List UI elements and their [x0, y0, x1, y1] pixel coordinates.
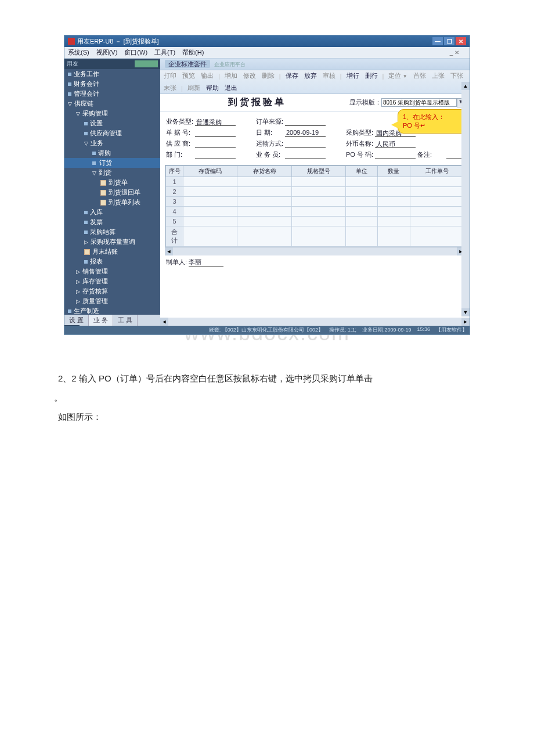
sidebar-tab-tool[interactable]: 工 具 — [113, 315, 138, 326]
sidebar-item[interactable]: 请购 — [64, 148, 160, 158]
close-button[interactable]: ✕ — [456, 37, 466, 45]
menu-help[interactable]: 帮助(H) — [182, 48, 204, 57]
val-ordersrc[interactable] — [285, 118, 326, 126]
table-cell[interactable] — [378, 187, 410, 197]
sidebar-item[interactable]: 到货退回单 — [64, 188, 160, 197]
tb-add[interactable]: 增加 — [223, 71, 239, 80]
table-row[interactable]: 2 — [166, 187, 464, 197]
sidebar-item[interactable]: 到货单列表 — [64, 197, 160, 207]
sidebar-item[interactable]: ▽采购管理 — [64, 109, 160, 118]
sidebar-item[interactable]: 供应商管理 — [64, 128, 160, 138]
sidebar-item[interactable]: ▷采购现存量查询 — [64, 237, 160, 247]
sidebar-item[interactable]: 报表 — [64, 257, 160, 267]
table-cell[interactable] — [410, 226, 464, 247]
table-cell[interactable] — [183, 177, 237, 187]
table-cell[interactable] — [237, 177, 291, 187]
mdi-controls[interactable]: _ ✕ — [450, 49, 459, 56]
tb-modify[interactable]: 修改 — [242, 71, 257, 80]
tb-exit[interactable]: 退出 — [223, 84, 239, 92]
table-row[interactable]: 4 — [166, 207, 464, 217]
sidebar-item[interactable]: ▽到货 — [64, 168, 160, 178]
scroll-left-icon[interactable]: ◄ — [160, 318, 168, 326]
val-shipmode[interactable] — [285, 140, 326, 148]
table-cell[interactable] — [237, 217, 291, 226]
column-header[interactable]: 序号 — [166, 166, 183, 177]
table-cell[interactable] — [291, 207, 345, 217]
val-currency[interactable]: 人民币 — [375, 140, 416, 148]
table-cell[interactable] — [183, 187, 237, 197]
column-header[interactable]: 规格型号 — [291, 166, 345, 177]
table-cell[interactable] — [183, 197, 237, 207]
tb-preview[interactable]: 预览 — [181, 71, 196, 80]
detail-grid[interactable]: 序号存货编码存货名称规格型号单位数量工作单号 12345合计 — [165, 165, 465, 247]
val-vendor[interactable] — [195, 140, 236, 148]
tb-print[interactable]: 打印 — [163, 71, 178, 80]
table-cell[interactable] — [237, 187, 291, 197]
table-cell[interactable] — [291, 226, 345, 247]
scroll-down-icon[interactable]: ▼ — [461, 308, 470, 316]
tb-prev[interactable]: 上张 — [431, 71, 446, 80]
table-cell[interactable] — [410, 207, 464, 217]
table-cell[interactable] — [183, 217, 237, 226]
table-cell[interactable] — [291, 177, 345, 187]
tb-first[interactable]: 首张 — [412, 71, 427, 80]
minimize-button[interactable]: — — [432, 37, 443, 45]
sidebar-item[interactable]: ▷存货核算 — [64, 286, 160, 296]
table-cell[interactable] — [346, 187, 378, 197]
tb-next[interactable]: 下张 — [449, 71, 464, 80]
sidebar-item[interactable]: ▽业务 — [64, 138, 160, 148]
table-row[interactable]: 合计 — [166, 226, 464, 247]
table-cell[interactable] — [410, 187, 464, 197]
sidebar-item[interactable]: 采购结算 — [64, 227, 160, 237]
table-cell[interactable] — [237, 197, 291, 207]
val-biztype[interactable]: 普通采购 — [195, 118, 236, 126]
val-docnum[interactable] — [195, 129, 236, 137]
tb-last[interactable]: 末张 — [163, 84, 178, 92]
table-cell[interactable] — [346, 197, 378, 207]
sidebar-item[interactable]: 设置 — [64, 118, 160, 128]
template-input[interactable] — [381, 98, 457, 107]
table-cell[interactable] — [378, 177, 410, 187]
column-header[interactable]: 存货名称 — [237, 166, 291, 177]
main-vscrollbar[interactable]: ▲ ▼ — [461, 82, 470, 316]
table-cell[interactable] — [410, 197, 464, 207]
table-cell[interactable] — [291, 187, 345, 197]
table-cell[interactable] — [410, 217, 464, 226]
table-cell[interactable] — [237, 226, 291, 247]
sidebar-item[interactable]: 发票 — [64, 217, 160, 227]
table-cell[interactable] — [346, 217, 378, 226]
sidebar-item[interactable]: 管理会计 — [64, 89, 160, 99]
scroll-left-icon[interactable]: ◄ — [165, 247, 173, 255]
table-cell[interactable] — [378, 226, 410, 247]
grid-hscrollbar[interactable]: ◄ ► — [165, 247, 465, 255]
sidebar-item[interactable]: ▷质量管理 — [64, 296, 160, 306]
scroll-up-icon[interactable]: ▲ — [461, 82, 470, 90]
table-cell[interactable] — [183, 207, 237, 217]
column-header[interactable]: 存货编码 — [183, 166, 237, 177]
sidebar-tab-setup[interactable]: 设 置 — [64, 315, 89, 326]
tb-help[interactable]: 帮助 — [205, 84, 220, 92]
val-date[interactable]: 2009-09-19 — [285, 129, 326, 137]
sidebar-item[interactable]: 月末结账 — [64, 247, 160, 257]
sidebar-item[interactable]: 业务工作 — [64, 69, 160, 79]
column-header[interactable]: 数量 — [378, 166, 410, 177]
sidebar-item[interactable]: ▷库存管理 — [64, 276, 160, 286]
table-cell[interactable] — [346, 207, 378, 217]
table-cell[interactable] — [410, 177, 464, 187]
sidebar-item[interactable]: ▷销售管理 — [64, 267, 160, 276]
tb-audit[interactable]: 审核 — [322, 71, 337, 80]
sidebar-item[interactable]: ▽供应链 — [64, 99, 160, 109]
table-cell[interactable] — [378, 217, 410, 226]
tb-output[interactable]: 输出 — [200, 71, 215, 80]
val-bizperson[interactable] — [285, 151, 326, 159]
tb-save[interactable]: 保存 — [284, 71, 300, 80]
table-cell[interactable] — [237, 207, 291, 217]
table-row[interactable]: 5 — [166, 217, 464, 226]
menu-window[interactable]: 窗口(W) — [124, 48, 147, 57]
menu-tool[interactable]: 工具(T) — [154, 48, 175, 57]
tb-refresh[interactable]: 刷新 — [186, 84, 201, 92]
table-row[interactable]: 1 — [166, 177, 464, 187]
maximize-button[interactable]: ❐ — [444, 37, 454, 45]
column-header[interactable]: 单位 — [346, 166, 378, 177]
table-cell[interactable] — [378, 197, 410, 207]
